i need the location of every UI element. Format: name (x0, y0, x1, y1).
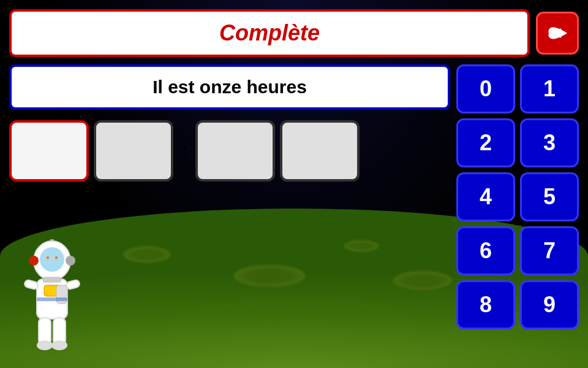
input-box-2[interactable] (94, 120, 173, 182)
sentence-text: Il est onze heures (153, 77, 307, 97)
svg-point-18 (51, 340, 67, 350)
num-btn-1[interactable]: 1 (520, 64, 579, 113)
middle-area: Il est onze heures : 0 1 2 3 4 5 6 7 8 9 (9, 64, 579, 359)
svg-point-17 (37, 340, 53, 350)
astronaut (12, 239, 92, 356)
top-row: Complète (9, 9, 579, 57)
svg-rect-20 (37, 297, 67, 301)
num-btn-2[interactable]: 2 (456, 118, 515, 167)
num-btn-8[interactable]: 8 (456, 280, 515, 329)
title-box: Complète (9, 9, 530, 57)
svg-point-6 (47, 256, 49, 259)
left-area: Il est onze heures : (9, 64, 450, 185)
input-box-1[interactable] (9, 120, 89, 182)
svg-point-7 (55, 256, 58, 259)
num-btn-3[interactable]: 3 (520, 118, 579, 167)
num-btn-5[interactable]: 5 (520, 172, 579, 221)
input-row: : (9, 117, 450, 185)
svg-point-8 (29, 256, 39, 266)
num-btn-0[interactable]: 0 (456, 64, 515, 113)
numpad: 0 1 2 3 4 5 6 7 8 9 (456, 64, 579, 329)
num-btn-9[interactable]: 9 (520, 280, 579, 329)
svg-point-9 (66, 256, 75, 266)
num-btn-6[interactable]: 6 (456, 226, 515, 275)
svg-rect-12 (24, 279, 39, 289)
num-btn-7[interactable]: 7 (520, 226, 579, 275)
astronaut-svg (12, 239, 92, 356)
title-text: Complète (219, 20, 320, 45)
svg-rect-19 (43, 277, 61, 282)
sentence-box: Il est onze heures (9, 64, 450, 110)
num-btn-4[interactable]: 4 (456, 172, 515, 221)
back-button[interactable] (536, 12, 579, 55)
colon-separator: : (178, 138, 190, 164)
back-arrow-icon (544, 20, 571, 47)
input-box-3[interactable] (195, 120, 275, 182)
svg-point-3 (40, 247, 64, 272)
input-box-4[interactable] (280, 120, 360, 182)
